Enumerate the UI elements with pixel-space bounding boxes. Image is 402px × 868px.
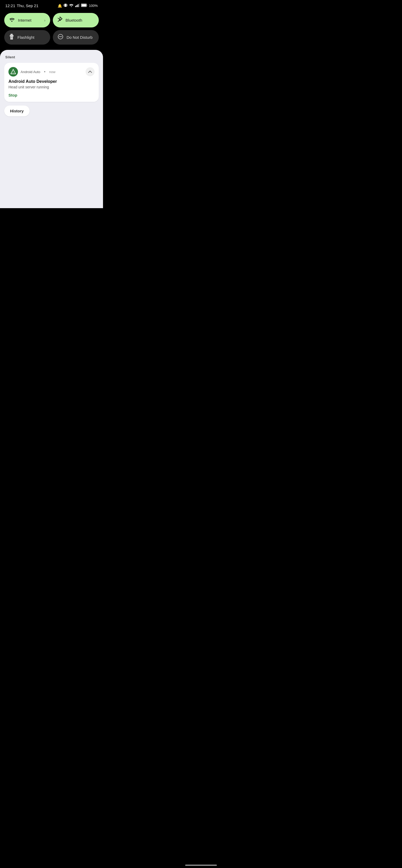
date-display: Thu, Sep 21 (17, 3, 38, 8)
status-bar: 12:21 Thu, Sep 21 🔔 (0, 0, 103, 10)
notification-panel: Silent ! Android Auto • now (0, 50, 103, 208)
dnd-tile-icon (58, 34, 63, 41)
flashlight-tile-label: Flashlight (18, 35, 46, 39)
quick-settings-grid: Internet › Bluetooth Flashlight (0, 10, 103, 49)
svg-rect-9 (10, 34, 13, 35)
battery-percentage: 100% (89, 4, 98, 8)
bluetooth-tile-icon (58, 17, 62, 24)
vibrate-icon (64, 3, 67, 8)
svg-rect-1 (64, 4, 64, 6)
svg-rect-5 (78, 4, 79, 7)
svg-marker-10 (9, 35, 14, 36)
time-display: 12:21 (5, 3, 15, 8)
svg-rect-8 (82, 4, 86, 6)
internet-tile[interactable]: Internet › (4, 13, 50, 27)
notif-expand-button[interactable] (86, 67, 94, 76)
notif-body: Head unit server running (8, 85, 94, 89)
svg-point-12 (11, 37, 12, 38)
status-right: 🔔 (58, 3, 98, 8)
stop-button[interactable]: Stop (8, 93, 17, 97)
notif-time: now (49, 70, 55, 74)
bluetooth-tile-label: Bluetooth (65, 18, 94, 23)
svg-rect-0 (64, 4, 66, 7)
wifi-status-icon (69, 3, 74, 8)
app-icon: ! (8, 67, 18, 76)
notif-header: ! Android Auto • now (8, 67, 94, 76)
svg-text:!: ! (13, 71, 13, 74)
flashlight-tile[interactable]: Flashlight (4, 30, 50, 44)
battery-icon (81, 3, 87, 8)
notif-dot: • (44, 69, 46, 74)
svg-rect-6 (79, 3, 80, 7)
history-button[interactable]: History (4, 105, 30, 116)
internet-tile-label: Internet (18, 18, 41, 23)
bluetooth-tile[interactable]: Bluetooth (53, 13, 99, 27)
alarm-icon: 🔔 (58, 4, 62, 8)
wifi-tile-icon (9, 17, 15, 23)
svg-rect-2 (67, 4, 67, 6)
dnd-tile[interactable]: Do Not Disturb (53, 30, 99, 44)
notif-header-left: ! Android Auto • now (8, 67, 55, 76)
svg-rect-3 (75, 6, 76, 7)
notif-title: Android Auto Developer (8, 79, 94, 84)
svg-rect-4 (76, 5, 77, 7)
dnd-tile-label: Do Not Disturb (66, 35, 94, 39)
signal-icon (75, 3, 80, 8)
status-left: 12:21 Thu, Sep 21 (5, 3, 38, 8)
silent-section-label: Silent (4, 55, 99, 59)
notif-app-name: Android Auto (21, 70, 40, 74)
flashlight-tile-icon (9, 34, 14, 41)
internet-tile-arrow: › (44, 18, 46, 23)
notification-card: ! Android Auto • now Android Auto Develo… (4, 63, 99, 102)
